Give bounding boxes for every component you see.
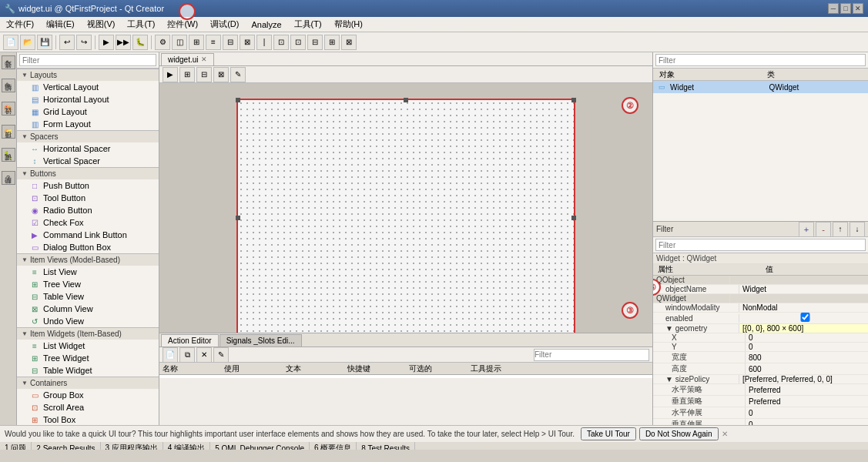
sidebar-item-table-widget[interactable]: ⊟ Table Widget [17,364,159,377]
action-tool-new[interactable]: 📄 [163,347,178,363]
sidebar-item-tool-box[interactable]: ⊞ Tool Box [17,413,159,425]
bottom-tab-summary[interactable]: 6 概要信息 [310,442,357,450]
prop-row-enabled[interactable]: enabled [653,313,868,324]
action-filter-input[interactable] [534,349,649,361]
canvas-tool-3[interactable]: ⊟ [196,67,212,82]
menu-help[interactable]: 帮助(H) [331,18,366,31]
sidebar-item-dialog-button[interactable]: ▭ Dialog Button Box [17,241,159,253]
sidebar-item-list-view[interactable]: ≡ List View [17,266,159,278]
left-tool-edit[interactable]: ✎ [2,79,15,92]
canvas-tool-1[interactable]: ▶ [163,67,178,82]
menu-tools[interactable]: 工具(T) [124,18,158,31]
action-tool-delete[interactable]: ✕ [196,347,212,363]
category-item-widgets[interactable]: ▼ Item Widgets (Item-Based) [17,327,159,340]
toolbar-extra-2[interactable]: ◫ [172,35,187,50]
left-label-help[interactable]: 帮助 [3,186,13,192]
prop-row-sizepolicy[interactable]: ▼ sizePolicy [Preferred, Preferred, 0, 0… [653,375,868,384]
sidebar-item-tree-widget[interactable]: ⊞ Tree Widget [17,352,159,364]
run-button[interactable]: ▶▶ [116,35,131,50]
prop-group-qwidget[interactable]: QWidget [653,294,868,303]
menu-debug[interactable]: 调试(D) [207,18,242,31]
menu-controls[interactable]: 控件(W) [164,18,201,31]
prop-enabled-checkbox[interactable] [744,313,866,322]
toolbar-extra-7[interactable]: | [256,35,272,50]
toolbar-extra-12[interactable]: ⊠ [341,35,357,50]
menu-file[interactable]: 文件(F) [3,18,37,31]
minimize-button[interactable]: ─ [828,3,839,14]
action-editor-tab[interactable]: Action Editor [161,334,219,346]
toolbar-extra-3[interactable]: ⊞ [189,35,204,50]
handle-mr[interactable] [571,216,576,220]
sidebar-item-horizontal-layout[interactable]: ▤ Horizontal Layout [17,93,159,105]
toolbar-extra-6[interactable]: ⊠ [240,35,255,50]
handle-tr[interactable] [571,98,576,102]
props-down-button[interactable]: ↓ [850,222,865,237]
toolbar-extra-10[interactable]: ⊟ [307,35,323,50]
redo-button[interactable]: ↪ [76,35,92,50]
widget-filter-input[interactable] [19,54,156,66]
sidebar-item-column-view[interactable]: ⊠ Column View [17,303,159,315]
left-tool-debug[interactable]: 🐛 [2,148,15,162]
props-remove-button[interactable]: - [816,222,831,237]
bottom-tab-problems[interactable]: 1 问题 [0,442,32,450]
menu-tools2[interactable]: 工具(T) [291,18,325,31]
sidebar-item-table-view[interactable]: ⊟ Table View [17,290,159,303]
canvas-viewport[interactable]: ② ③ [159,83,652,333]
close-button[interactable]: ✕ [853,3,863,14]
new-file-button[interactable]: 📄 [3,35,18,50]
prop-row-y[interactable]: Y 0 [653,343,868,352]
canvas-tool-4[interactable]: ⊠ [213,67,229,82]
menu-analyze[interactable]: Analyze [248,19,284,30]
sidebar-item-vertical-spacer[interactable]: ↕ Vertical Spacer [17,155,159,167]
menu-edit[interactable]: 编辑(E) [43,18,78,31]
sidebar-item-list-widget[interactable]: ≡ List Widget [17,340,159,352]
left-label-select[interactable]: 选择 [3,71,13,77]
sidebar-item-group-box[interactable]: ▭ Group Box [17,389,159,401]
undo-button[interactable]: ↩ [59,35,75,50]
action-tool-4[interactable]: ✎ [213,347,229,363]
sidebar-item-command-link[interactable]: ▶ Command Link Button [17,229,159,241]
toolbar-extra-4[interactable]: ≡ [206,35,221,50]
handle-tl[interactable] [236,98,240,102]
prop-row-x[interactable]: X 0 [653,333,868,343]
category-item-views[interactable]: ▼ Item Views (Model-Based) [17,253,159,266]
sidebar-item-horizontal-spacer[interactable]: ↔ Horizontal Spacer [17,142,159,155]
properties-filter-input[interactable] [655,239,866,251]
sidebar-item-push-button[interactable]: □ Push Button [17,179,159,192]
save-file-button[interactable]: 💾 [37,35,52,50]
sidebar-item-tree-view[interactable]: ⊞ Tree View [17,278,159,290]
bottom-tab-app-output[interactable]: 3 应用程序输出 [101,442,163,450]
prop-row-width[interactable]: 宽度 800 [653,352,868,363]
bottom-tab-compile[interactable]: 4 编译输出 [163,442,210,450]
file-tab-close-icon[interactable]: ✕ [201,55,207,63]
prop-row-hpolicy[interactable]: 水平策略 Preferred [653,384,868,396]
build-button[interactable]: ▶ [99,35,114,50]
prop-row-vpolicy[interactable]: 垂直策略 Preferred [653,396,868,407]
handle-tc[interactable] [404,98,408,102]
sidebar-item-check-box[interactable]: ☑ Check Fox [17,216,159,229]
toolbar-extra-11[interactable]: ⊞ [324,35,340,50]
sidebar-item-vertical-layout[interactable]: ▥ Vertical Layout [17,81,159,93]
inspector-row-widget[interactable]: ▭ Widget QWidget [653,81,868,93]
bottom-tab-search[interactable]: 2 Search Results [32,442,100,450]
prop-row-vstretch[interactable]: 垂直伸展 0 [653,419,868,425]
maximize-button[interactable]: □ [840,3,851,14]
open-file-button[interactable]: 📂 [20,35,35,50]
category-layouts[interactable]: ▼ Layouts [17,69,159,81]
prop-row-geometry[interactable]: ▼ geometry [{0, 0}, 800 × 600] [653,324,868,333]
design-canvas[interactable] [236,99,575,333]
prop-row-windowmodality[interactable]: windowModality NonModal [653,303,868,313]
left-label-design[interactable]: 设计 [3,117,13,123]
inspector-filter-input[interactable] [655,54,866,66]
bottom-tab-qml-debug[interactable]: 5 QML Debugger Console [210,442,310,450]
left-tool-design[interactable]: 🎨 [2,102,15,116]
file-tab-widget-ui[interactable]: widget.ui ✕ [161,53,214,65]
left-tool-select[interactable]: ↖ [2,55,15,69]
category-containers[interactable]: ▼ Containers [17,377,159,389]
left-tool-help[interactable]: ? [2,171,15,185]
left-label-debug[interactable]: 调试 [3,163,13,169]
signals-slots-tab[interactable]: Signals _Slots Edi... [220,334,302,346]
category-buttons[interactable]: ▼ Buttons [17,167,159,179]
sidebar-item-form-layout[interactable]: ▥ Form Layout [17,118,159,130]
toolbar-extra-5[interactable]: ⊟ [223,35,238,50]
